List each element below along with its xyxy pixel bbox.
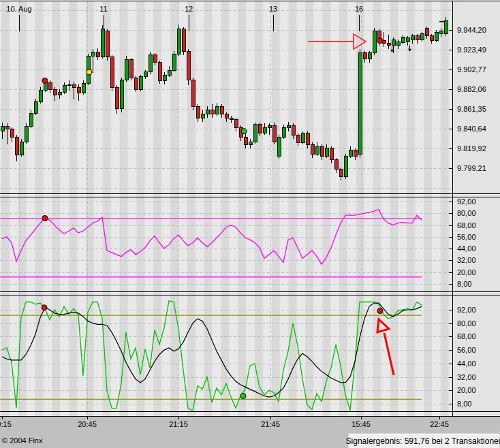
candlestick-bar xyxy=(177,25,181,56)
candlestick-bar xyxy=(272,123,276,144)
candlestick-bar xyxy=(125,56,128,82)
time-axis-label: 20:45 xyxy=(78,420,97,428)
rsi-axis-label: 92,00 xyxy=(457,197,476,206)
price-axis-label: 9.902,77 xyxy=(457,65,486,74)
trading-chart-window: 9.944,209.923,499.902,779.882,069.861,35… xyxy=(0,0,500,448)
signal-marker-red xyxy=(377,38,383,44)
price-axis-label: 9.923,49 xyxy=(457,46,486,54)
signal-marker-green xyxy=(240,394,246,399)
date-axis-label: 12 xyxy=(185,5,193,13)
candlestick-bar xyxy=(110,55,114,91)
rsi-axis-label: 20,00 xyxy=(457,268,476,276)
stoch-axis-label: 8,00 xyxy=(457,400,471,408)
candlestick-bar xyxy=(149,52,152,74)
signal-marker-red xyxy=(377,308,383,314)
price-axis-panel xyxy=(452,0,500,417)
rsi-axis-label: 8,00 xyxy=(457,280,471,288)
signal-marker-green xyxy=(241,129,247,134)
rsi-axis-label: 68,00 xyxy=(457,221,476,229)
stoch-axis-label: 32,00 xyxy=(457,373,476,381)
stoch-axis-label: 92,00 xyxy=(457,306,476,314)
signal-marker-red xyxy=(42,305,47,310)
candlestick-bar xyxy=(277,135,281,159)
time-axis-label: 20:15 xyxy=(0,420,12,428)
candlestick-bar xyxy=(20,139,23,157)
signal-marker-red xyxy=(42,215,48,221)
rsi-axis-label: 56,00 xyxy=(457,233,476,241)
signal-marker-red xyxy=(42,78,48,83)
candlestick-bar xyxy=(158,61,161,84)
rsi-axis-label: 44,00 xyxy=(457,244,476,253)
candlestick-bar xyxy=(139,75,142,91)
candlestick-bar xyxy=(182,27,185,55)
candlestick-bar xyxy=(358,49,362,158)
chart-canvas[interactable]: 9.944,209.923,499.902,779.882,069.861,35… xyxy=(0,0,500,448)
stoch-axis-label: 68,00 xyxy=(457,332,476,340)
price-axis-label: 9.799,21 xyxy=(457,164,486,172)
price-axis-label: 9.882,06 xyxy=(457,85,486,93)
stoch-axis-label: 44,00 xyxy=(457,359,476,368)
candlestick-bar xyxy=(191,78,195,110)
candlestick-bar xyxy=(106,29,109,61)
stoch-axis-label: 80,00 xyxy=(457,319,476,327)
time-axis-label: 22:45 xyxy=(430,420,449,428)
date-axis-label: 16 xyxy=(355,5,363,13)
rsi-axis-label: 32,00 xyxy=(457,256,476,264)
candlestick-bar xyxy=(29,110,33,129)
stoch-axis-label: 56,00 xyxy=(457,346,476,354)
session-stripes xyxy=(0,1,452,416)
stoch-axis-label: 20,00 xyxy=(457,386,476,394)
candlestick-bar xyxy=(120,78,123,112)
signal-result-text: Signalergebnis: 591,76 bei 2 Transaktion… xyxy=(346,436,500,446)
candlestick-bar xyxy=(187,49,190,85)
candlestick-bar xyxy=(435,30,438,42)
date-axis-label: 10. Aug xyxy=(6,5,31,13)
candlestick-bar xyxy=(25,123,28,143)
candlestick-bar xyxy=(373,28,376,54)
signal-marker-yellow xyxy=(87,69,92,75)
price-axis-label: 9.840,64 xyxy=(457,125,486,133)
candlestick-bar xyxy=(172,51,176,72)
time-axis-label: 15:45 xyxy=(351,420,371,428)
candlestick-bar xyxy=(253,123,257,144)
rsi-axis-label: 80,00 xyxy=(457,209,476,217)
price-axis-label: 9.944,20 xyxy=(457,26,486,34)
time-axis-label: 21:45 xyxy=(261,420,280,428)
date-axis-label: 13 xyxy=(269,5,277,13)
candlestick-bar xyxy=(129,58,133,81)
price-axis-label: 9.861,35 xyxy=(457,105,486,113)
price-axis-label: 9.819,92 xyxy=(457,144,486,153)
copyright-label: © 2004 Finx xyxy=(2,436,43,445)
candlestick-bar xyxy=(301,131,304,145)
candlestick-bar xyxy=(344,154,347,178)
date-axis-label: 11 xyxy=(99,5,107,13)
time-axis-label: 21:15 xyxy=(169,420,188,428)
